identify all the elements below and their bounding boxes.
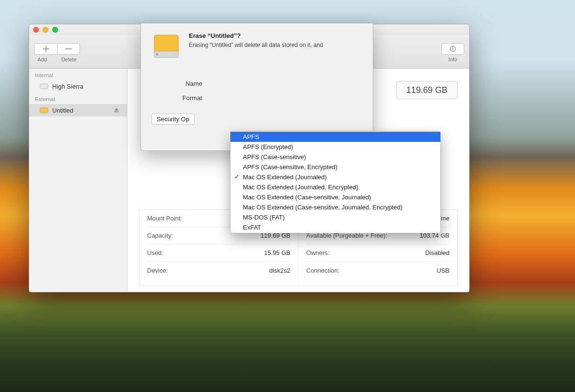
sidebar-item-untitled[interactable]: Untitled xyxy=(29,104,127,116)
format-option-apfs-case-sensitive-encrypted[interactable]: APFS (Case-sensitive, Encrypted) xyxy=(230,162,440,172)
format-option-macos-extended-journaled-encrypted[interactable]: Mac OS Extended (Journaled, Encrypted) xyxy=(230,182,440,192)
checkmark-icon: ✓ xyxy=(234,173,240,181)
minus-icon xyxy=(65,46,72,52)
desktop-wallpaper: Disk Utility Add Delete xyxy=(0,0,575,392)
info-key: Mount Point: xyxy=(147,215,182,222)
sheet-description: Erasing “Untitled” will delete all data … xyxy=(189,41,323,49)
capacity-badge: 119.69 GB xyxy=(396,81,458,99)
format-option-msdos-fat[interactable]: MS-DOS (FAT) xyxy=(230,212,440,222)
security-options-button[interactable]: Security Op xyxy=(151,114,195,125)
format-option-exfat[interactable]: ExFAT xyxy=(230,222,440,232)
info-key: Used: xyxy=(147,249,163,256)
format-option-apfs-case-sensitive[interactable]: APFS (Case-sensitive) xyxy=(230,152,440,162)
info-button[interactable] xyxy=(441,43,464,55)
sidebar-item-label: Untitled xyxy=(52,107,73,114)
close-window-button[interactable] xyxy=(33,27,39,33)
sidebar-item-label: High Sierra xyxy=(52,83,83,90)
external-disk-icon xyxy=(40,106,48,115)
plus-icon xyxy=(43,46,49,52)
name-field-label: Name xyxy=(151,80,207,87)
info-value: 15.95 GB xyxy=(264,249,290,256)
add-volume-button[interactable] xyxy=(34,43,57,55)
info-key: Owners: xyxy=(306,249,329,256)
disk-utility-window: Disk Utility Add Delete xyxy=(29,24,470,292)
info-key: Connection: xyxy=(306,267,339,274)
delete-volume-button[interactable] xyxy=(57,43,80,55)
info-value: disk2s2 xyxy=(269,267,290,274)
format-option-macos-extended-case-sensitive-journaled[interactable]: Mac OS Extended (Case-sensitive, Journal… xyxy=(230,192,440,202)
format-dropdown-menu: APFS APFS (Encrypted) APFS (Case-sensiti… xyxy=(230,131,441,233)
svg-point-7 xyxy=(46,87,47,88)
sidebar-item-high-sierra[interactable]: High Sierra xyxy=(29,80,127,92)
eject-button[interactable] xyxy=(114,107,122,113)
format-field-label: Format xyxy=(151,94,207,102)
svg-rect-9 xyxy=(115,111,119,112)
sidebar: Internal High Sierra External Untitled xyxy=(29,69,127,292)
format-option-apfs-encrypted[interactable]: APFS (Encrypted) xyxy=(230,142,440,152)
svg-rect-5 xyxy=(452,48,453,50)
sheet-title: Erase “Untitled”? xyxy=(189,32,323,39)
info-icon xyxy=(449,46,456,52)
volume-buttons-group: Add Delete xyxy=(34,43,80,62)
internal-disk-icon xyxy=(40,82,48,91)
svg-rect-12 xyxy=(156,53,158,56)
svg-point-4 xyxy=(452,47,453,48)
format-option-macos-extended-journaled[interactable]: ✓Mac OS Extended (Journaled) xyxy=(230,172,440,182)
external-drive-large-icon xyxy=(151,32,181,62)
sidebar-header-external: External xyxy=(29,92,127,104)
info-key: Capacity: xyxy=(147,232,173,239)
format-option-macos-extended-case-sensitive-journaled-encrypted[interactable]: Mac OS Extended (Case-sensitive, Journal… xyxy=(230,202,440,212)
format-option-apfs[interactable]: APFS xyxy=(230,132,440,142)
info-label: Info xyxy=(448,57,457,62)
sidebar-header-internal: Internal xyxy=(29,69,127,80)
info-value: Disabled xyxy=(425,249,449,256)
eject-icon xyxy=(114,107,119,113)
info-key: Device: xyxy=(147,267,168,274)
info-value: USB xyxy=(437,267,449,274)
add-label: Add xyxy=(37,57,47,62)
svg-point-13 xyxy=(175,54,176,55)
delete-label: Delete xyxy=(61,57,77,62)
svg-rect-8 xyxy=(40,108,48,113)
